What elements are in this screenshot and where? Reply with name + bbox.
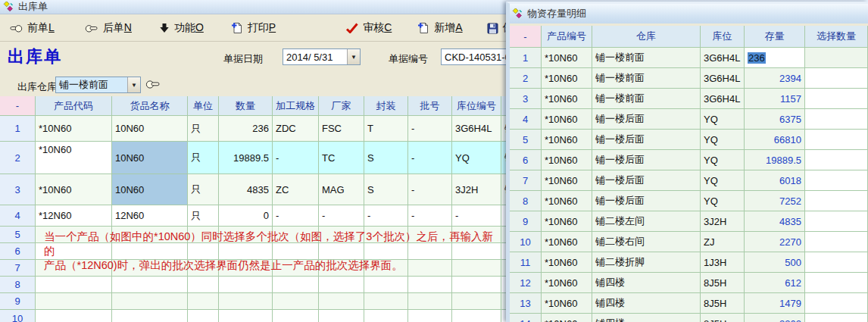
grid-cell[interactable]	[273, 277, 319, 293]
grid-cell[interactable]: 3G6H4L	[452, 116, 501, 142]
grid-cell[interactable]: -	[273, 205, 319, 227]
grid-cell[interactable]: 铺二楼左间	[592, 211, 701, 232]
grid-cell[interactable]	[36, 310, 112, 322]
grid-cell[interactable]: -	[408, 174, 452, 205]
grid-cell[interactable]: FSC	[319, 116, 364, 142]
grid-cell[interactable]	[219, 293, 273, 310]
grid-cell[interactable]: 236	[219, 116, 273, 142]
grid-cell[interactable]: -	[364, 205, 408, 227]
grid-cell[interactable]: *10N60	[542, 211, 592, 232]
select-qty-cell[interactable]	[805, 130, 868, 150]
grid-cell[interactable]: 0	[219, 205, 273, 227]
toolbar-button-audit[interactable]: 审核C	[341, 17, 396, 39]
toolbar-button-new[interactable]: 新增A	[413, 17, 467, 39]
grid-cell[interactable]: 只	[188, 174, 219, 205]
grid-cell[interactable]: *10N60	[542, 89, 592, 109]
grid-cell[interactable]: TC	[319, 142, 364, 174]
stock-qty-edit-cell[interactable]: 236	[745, 48, 805, 68]
grid-cell[interactable]: 铺四楼	[592, 293, 701, 314]
grid-cell[interactable]: -	[273, 142, 319, 174]
grid-cell[interactable]: 8J5H	[701, 273, 745, 293]
grid-cell[interactable]: ZJ	[701, 232, 745, 252]
grid-cell[interactable]: ZDC	[273, 116, 319, 142]
grid-cell[interactable]: -	[319, 205, 364, 227]
grid-cell[interactable]	[112, 293, 188, 310]
grid-cell[interactable]	[364, 310, 408, 322]
grid-cell[interactable]: 12N60	[112, 205, 188, 227]
grid-cell[interactable]: 铺一楼前面	[592, 68, 701, 89]
grid-cell[interactable]: *12N60	[36, 205, 112, 227]
grid-cell[interactable]	[188, 310, 219, 322]
highlighted-cell[interactable]: 10N60	[112, 142, 188, 174]
chevron-down-icon[interactable]: ▼	[127, 77, 140, 92]
grid-cell[interactable]: 10N60	[112, 116, 188, 142]
toolbar-button-prev[interactable]: 前单L	[5, 17, 59, 39]
grid-cell[interactable]	[112, 277, 188, 293]
grid-cell[interactable]	[36, 277, 112, 293]
grid-cell[interactable]: YQ	[452, 142, 501, 174]
grid-cell[interactable]	[188, 293, 219, 310]
grid-cell[interactable]: *10N60	[542, 293, 592, 314]
stock-qty-cell[interactable]: 500	[745, 252, 805, 273]
select-qty-cell[interactable]	[805, 191, 868, 211]
grid-cell[interactable]: 3J2H	[452, 174, 501, 205]
grid-cell[interactable]: 4835	[219, 174, 273, 205]
grid-cell[interactable]: 8J5H	[701, 314, 745, 322]
stock-qty-cell[interactable]: 4835	[745, 211, 805, 232]
grid-cell[interactable]: 只	[188, 142, 219, 174]
select-qty-cell[interactable]	[805, 232, 868, 252]
stock-qty-cell[interactable]: 3302	[745, 314, 805, 322]
grid-cell[interactable]: S	[364, 142, 408, 174]
select-qty-cell[interactable]	[805, 89, 868, 109]
grid-cell[interactable]	[408, 310, 452, 322]
grid-cell[interactable]: -	[408, 205, 452, 227]
grid-cell[interactable]: *10N60	[542, 252, 592, 273]
editing-cell[interactable]: *10N60	[36, 142, 112, 174]
toolbar-button-print[interactable]: 打印P	[226, 17, 280, 39]
grid-cell[interactable]: *10N60	[542, 109, 592, 130]
grid-cell[interactable]: 3G6H4L	[701, 48, 745, 68]
select-qty-cell[interactable]	[805, 273, 868, 293]
grid-cell[interactable]: 只	[188, 205, 219, 227]
grid-cell[interactable]: *10N60	[542, 68, 592, 89]
grid-cell[interactable]	[364, 277, 408, 293]
grid-cell[interactable]: 铺一楼后面	[592, 109, 701, 130]
grid-cell[interactable]: YQ	[701, 130, 745, 150]
grid-cell[interactable]: 铺一楼前面	[592, 48, 701, 68]
grid-cell[interactable]: 铺二楼右间	[592, 232, 701, 252]
grid-cell[interactable]: 铺四楼	[592, 273, 701, 293]
grid-cell[interactable]	[36, 293, 112, 310]
grid-cell[interactable]: MAG	[319, 174, 364, 205]
grid-cell[interactable]: YQ	[701, 109, 745, 130]
select-qty-cell[interactable]	[805, 314, 868, 322]
grid-cell[interactable]	[273, 293, 319, 310]
select-qty-cell[interactable]	[805, 68, 868, 89]
chevron-down-icon[interactable]: ▼	[347, 49, 360, 64]
stock-qty-cell[interactable]: 7252	[745, 191, 805, 211]
grid-cell[interactable]	[452, 277, 501, 293]
hand-pointer-icon[interactable]	[145, 79, 161, 89]
grid-cell[interactable]: T	[364, 116, 408, 142]
stock-qty-cell[interactable]: 1479	[745, 293, 805, 314]
grid-cell[interactable]: *10N60	[542, 170, 592, 191]
select-qty-cell[interactable]	[805, 170, 868, 191]
grid-cell[interactable]: 3G6H4L	[701, 68, 745, 89]
grid-cell[interactable]: *10N60	[36, 116, 112, 142]
select-qty-cell[interactable]	[805, 150, 868, 170]
doc-date-combo[interactable]: 2014/ 5/31 ▼	[283, 48, 361, 65]
stock-qty-cell[interactable]: 6018	[745, 170, 805, 191]
grid-cell[interactable]: *10N60	[542, 232, 592, 252]
grid-cell[interactable]: *10N60	[542, 130, 592, 150]
grid-cell[interactable]	[219, 277, 273, 293]
stock-qty-cell[interactable]: 6375	[745, 109, 805, 130]
grid-cell[interactable]: YQ	[701, 191, 745, 211]
stock-qty-cell[interactable]: 19889.5	[745, 150, 805, 170]
grid-cell[interactable]: 3G6H4L	[701, 89, 745, 109]
toolbar-button-functions[interactable]: 功能O	[155, 17, 208, 39]
grid-cell[interactable]: -	[408, 142, 452, 174]
select-qty-cell[interactable]	[805, 252, 868, 273]
grid-cell[interactable]: *10N60	[542, 273, 592, 293]
grid-cell[interactable]: 铺四楼	[592, 314, 701, 322]
grid-cell[interactable]: 8J5H	[701, 293, 745, 314]
grid-cell[interactable]: 3J2H	[701, 211, 745, 232]
